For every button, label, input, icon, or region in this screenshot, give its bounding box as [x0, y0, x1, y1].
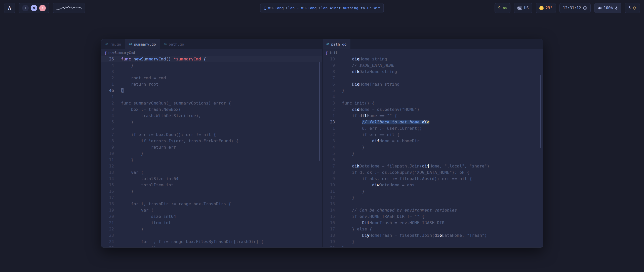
line-number: 11 [323, 188, 335, 194]
code-line[interactable]: 2 if err == nil { [323, 131, 543, 138]
code-line[interactable]: 4 trash.WithGetSize(true), [101, 113, 322, 119]
code-line[interactable]: 13 [323, 201, 543, 207]
code-line[interactable]: 20 size int64 [101, 213, 322, 220]
keyboard-layout-widget[interactable]: US [514, 3, 532, 13]
topbar-left-group: Λ ☽N♪ [4, 3, 85, 13]
code-line[interactable]: 11 } [101, 157, 322, 163]
notification-widget[interactable]: 5 [625, 3, 640, 13]
code-text: } [335, 188, 365, 194]
code-line[interactable]: 4 [323, 94, 543, 100]
code-line[interactable]: 3 [101, 69, 322, 75]
tab-path-go[interactable]: GOpath.go [160, 39, 188, 49]
sticky-context-line[interactable]: 26func newSummaryCmd() *summaryCmd { [101, 56, 322, 62]
eye-widget[interactable]: 9 [495, 3, 510, 13]
editor-pane-right: GOpath.go ƒ init 10 diqHome string9 // $… [322, 39, 543, 247]
code-line[interactable]: 17 [101, 194, 322, 201]
code-line[interactable]: 13 var ( [101, 169, 322, 176]
code-line[interactable]: 6 [323, 157, 543, 163]
code-line[interactable]: 3func init() { [323, 100, 543, 106]
code-line[interactable]: 5 } [323, 150, 543, 157]
code-line[interactable]: 18 for i, trashDir := range box.TrashDir… [101, 201, 322, 207]
code-line[interactable]: 15 if env.HOME_TRASH_DIR != "" { [323, 213, 543, 220]
code-text: if dilHome == "" { [335, 113, 397, 119]
code-line[interactable]: 16 DitHomeTrash = env.HOME_TRASH_DIR [323, 220, 543, 226]
code-line[interactable]: 2 didHome = os.Getenv("HOME") [323, 106, 543, 113]
code-line[interactable]: 22 ) [101, 226, 322, 232]
code-line[interactable]: 25 item++ [101, 245, 322, 247]
code-line[interactable]: 1 if dilHome == "" { [323, 113, 543, 119]
code-text [114, 232, 121, 239]
volume-widget[interactable]: 100% [594, 3, 621, 13]
code-line[interactable]: 9 // $XDG_DATA_HOME [323, 62, 543, 69]
code-line[interactable]: 17 } else { [323, 226, 543, 232]
code-left: 26func newSummaryCmd() *summaryCmd {4 }3… [101, 56, 322, 247]
keyboard-icon [517, 7, 522, 10]
workspace-icon-1[interactable]: ☽ [22, 5, 29, 11]
line-number: 4 [101, 62, 114, 69]
code-line[interactable]: 7 dihDataHome = filepath.Join(dijHome, "… [323, 163, 543, 169]
code-line[interactable]: 5} [323, 87, 543, 94]
code-line[interactable]: 23 // fallback to get home dia [323, 119, 543, 125]
code-text: } [335, 245, 345, 247]
code-line[interactable]: 8 if d, ok := os.LookupEnv("XDG_DATA_HOM… [323, 169, 543, 176]
code-line[interactable]: 46} [101, 87, 322, 94]
line-number: 26 [101, 56, 114, 62]
code-line[interactable]: 19 var ( [101, 207, 322, 213]
code-line[interactable]: 9 if abs, err := filepath.Abs(d); err ==… [323, 176, 543, 182]
clock-widget[interactable]: 12:31:12 [559, 3, 591, 13]
launcher-button[interactable]: Λ [4, 3, 15, 13]
code-line[interactable]: 9 return err [101, 144, 322, 150]
code-line[interactable]: 19 } [323, 239, 543, 245]
code-line[interactable]: 14 // Can be changed by environment vari… [323, 207, 543, 213]
code-line[interactable]: 10 } [101, 150, 322, 157]
system-graph-widget[interactable] [53, 3, 85, 13]
code-line[interactable]: 8 if !errors.Is(err, trash.ErrNotFound) … [101, 138, 322, 144]
workspace-icon-2[interactable]: N [31, 5, 37, 11]
code-text: u, err := user.Current() [335, 125, 422, 131]
code-line[interactable]: 11 } [323, 188, 543, 194]
line-number: 2 [101, 75, 114, 81]
go-file-icon: GO [164, 43, 167, 46]
code-line[interactable]: 14 totalSize int64 [101, 176, 322, 182]
code-line[interactable]: 6 DigHomeTrash string [323, 81, 543, 87]
code-line[interactable]: 12 } [323, 194, 543, 201]
line-number: 13 [323, 201, 335, 207]
code-line[interactable]: 1 [101, 94, 322, 100]
code-line[interactable]: 12 [101, 163, 322, 169]
code-line[interactable]: 15 totalItem int [101, 182, 322, 188]
line-number: 2 [101, 100, 114, 106]
line-number: 3 [323, 138, 335, 144]
code-line[interactable]: 21 item int [101, 220, 322, 226]
code-line[interactable]: 10 diqHome string [323, 56, 543, 62]
microphone-icon [615, 6, 618, 10]
code-line[interactable]: 2 root.cmd = cmd [101, 75, 322, 81]
weather-widget[interactable]: 29° [536, 3, 556, 13]
code-line[interactable]: 7 [323, 75, 543, 81]
code-line[interactable]: 3 box := trash.NewBox( [101, 106, 322, 113]
code-line[interactable]: 20} [323, 245, 543, 247]
scrollbar[interactable] [540, 75, 541, 148]
code-line[interactable]: 1 return root [101, 81, 322, 87]
code-line[interactable]: 4 } [323, 144, 543, 150]
code-line[interactable]: 7 if err := box.Open(); err != nil { [101, 131, 322, 138]
line-number: 14 [323, 207, 335, 213]
code-line[interactable]: 23 [101, 232, 322, 239]
code-line[interactable]: 16 ) [101, 188, 322, 194]
tab-summary-go[interactable]: GOsummary.go [125, 39, 160, 49]
code-line[interactable]: 8 dikDataHome string [323, 69, 543, 75]
line-number: 46 [101, 87, 114, 94]
scrollbar[interactable] [319, 62, 320, 161]
code-line[interactable]: 10 diwDataHome = abs [323, 182, 543, 188]
code-line[interactable]: 3 difHome = u.HomeDir [323, 138, 543, 144]
code-line[interactable]: 5 ) [101, 119, 322, 125]
code-line[interactable]: 24 for _, f := range box.FilesByTrashDir… [101, 239, 322, 245]
code-line[interactable]: 6 [101, 125, 322, 131]
code-line[interactable]: 1 u, err := user.Current() [323, 125, 543, 131]
media-widget[interactable]: ♫ Wu-Tang Clan - Wu-Tang Clan Ain't Nuth… [260, 3, 384, 13]
code-line[interactable]: 4 } [101, 62, 322, 69]
tab-path-go[interactable]: GOpath.go [323, 39, 351, 49]
code-line[interactable]: 18 DiyHomeTrash = filepath.Join(dioDataH… [323, 232, 543, 239]
code-line[interactable]: 2func summaryCmdRun(_ summaryOptions) er… [101, 100, 322, 106]
workspace-icon-3[interactable]: ♪ [39, 5, 46, 11]
tab-rm-go[interactable]: GOrm.go [101, 39, 125, 49]
